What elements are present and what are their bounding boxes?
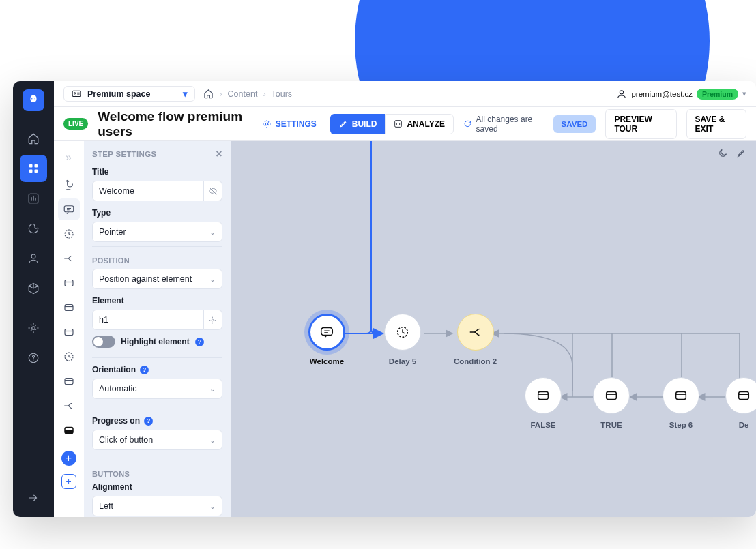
node-false[interactable]: FALSE [525, 377, 562, 429]
svg-rect-28 [607, 392, 617, 400]
alignment-select[interactable]: Left ⌄ [92, 496, 222, 516]
svg-point-8 [32, 327, 35, 330]
title-input[interactable] [92, 181, 204, 201]
nav-users[interactable] [20, 245, 47, 272]
breadcrumb-tours[interactable]: Tours [272, 89, 293, 99]
dark-mode-toggle[interactable] [718, 148, 728, 161]
edit-canvas[interactable] [736, 148, 746, 161]
tool-modal-1[interactable] [58, 272, 80, 294]
save-status-text: All changes are saved [476, 115, 544, 134]
buttons-section: BUTTONS [92, 470, 222, 478]
title-label: Title [92, 167, 222, 177]
tool-window-dark[interactable] [58, 419, 80, 441]
flow-canvas[interactable]: Welcome Delay 5 Condition 2 [231, 141, 756, 517]
svg-point-11 [74, 92, 76, 93]
nav-collapse[interactable] [20, 484, 47, 511]
highlight-label: Highlight element [121, 337, 190, 346]
settings-label: SETTINGS [276, 119, 317, 129]
tool-message[interactable] [58, 198, 80, 220]
node-label: De [739, 421, 749, 429]
eye-off-icon [208, 186, 218, 196]
chevron-down-icon: ⌄ [209, 275, 216, 284]
node-welcome[interactable]: Welcome [308, 314, 345, 366]
element-picker-button[interactable] [204, 310, 222, 330]
element-input[interactable] [92, 310, 204, 330]
help-icon[interactable]: ? [140, 366, 149, 374]
account-menu-toggle[interactable]: ▾ [742, 89, 746, 98]
breadcrumb: › Content › Tours [203, 89, 292, 99]
close-panel-button[interactable]: × [216, 148, 222, 160]
node-true[interactable]: TRUE [593, 377, 630, 429]
save-status: All changes are saved [463, 115, 544, 134]
build-button[interactable]: BUILD [330, 114, 386, 134]
app-window: Premium space ▾ › Content › Tours premiu… [13, 81, 756, 517]
svg-rect-27 [538, 392, 549, 400]
svg-rect-29 [676, 392, 686, 400]
svg-rect-25 [321, 328, 333, 336]
collapse-panel[interactable]: » [58, 147, 80, 168]
tool-branch[interactable] [58, 248, 80, 269]
add-step-button[interactable]: + [61, 451, 76, 466]
tool-modal-3[interactable] [58, 321, 80, 343]
add-frame-button[interactable]: + [61, 474, 76, 489]
step-settings-panel: STEP SETTINGS × Title Type Pointer ⌄ POS… [84, 141, 231, 517]
nav-insights[interactable] [20, 185, 47, 212]
svg-rect-3 [35, 164, 38, 168]
save-exit-label: SAVE & EXIT [695, 115, 738, 134]
tool-timer-2[interactable] [58, 346, 80, 368]
nav-packages[interactable] [20, 275, 47, 302]
position-select[interactable]: Position against element ⌄ [92, 269, 222, 289]
progress-select[interactable]: Click of button ⌄ [92, 430, 222, 450]
preview-button[interactable]: PREVIEW TOUR [605, 109, 676, 139]
pencil-icon [736, 148, 746, 158]
page-title: Welcome flow premium users [98, 109, 252, 139]
orientation-select[interactable]: Automatic ⌄ [92, 379, 222, 399]
nav-home[interactable] [20, 125, 47, 152]
breadcrumb-bar: Premium space ▾ › Content › Tours premiu… [54, 81, 756, 107]
space-selector[interactable]: Premium space ▾ [63, 86, 195, 102]
header-bar: LIVE Welcome flow premium users SETTINGS… [54, 107, 756, 141]
tool-modal-4[interactable] [58, 370, 80, 392]
breadcrumb-content[interactable]: Content [228, 89, 258, 99]
tool-delay[interactable] [58, 223, 80, 245]
svg-rect-17 [65, 280, 73, 286]
node-label: TRUE [600, 421, 622, 429]
alignment-value: Left [99, 501, 113, 511]
nav-apps[interactable] [20, 155, 47, 182]
alignment-label: Alignment [92, 482, 222, 492]
chevron-down-icon: ⌄ [209, 502, 216, 511]
progress-value: Click of button [99, 435, 153, 445]
node-delay[interactable]: Delay 5 [384, 314, 421, 366]
type-select[interactable]: Pointer ⌄ [92, 222, 222, 242]
home-icon[interactable] [203, 89, 214, 99]
nav-theme[interactable] [20, 215, 47, 242]
analyze-button[interactable]: ANALYZE [385, 114, 454, 134]
svg-rect-30 [739, 392, 749, 400]
svg-rect-18 [65, 305, 73, 311]
type-label: Type [92, 208, 222, 218]
svg-point-13 [265, 123, 268, 125]
settings-link[interactable]: SETTINGS [262, 119, 317, 129]
node-condition[interactable]: Condition 2 [454, 314, 497, 366]
tool-pointer[interactable] [58, 174, 80, 196]
tool-branch-2[interactable] [58, 395, 80, 417]
account-area: premium@test.cz Premium ▾ [616, 89, 746, 100]
chart-icon [394, 119, 403, 128]
node-step6[interactable]: Step 6 [663, 377, 699, 429]
save-exit-button[interactable]: SAVE & EXIT [686, 109, 746, 139]
nav-settings[interactable] [20, 314, 47, 342]
node-label: Condition 2 [454, 357, 497, 366]
help-icon[interactable]: ? [195, 338, 204, 346]
panel-title: STEP SETTINGS [92, 150, 156, 158]
node-de[interactable]: De [725, 377, 756, 429]
visibility-toggle[interactable] [204, 181, 222, 201]
svg-rect-2 [29, 164, 33, 168]
nav-help[interactable] [20, 344, 47, 372]
highlight-toggle[interactable] [92, 336, 115, 348]
orientation-label: Orientation ? [92, 365, 222, 374]
node-label: Delay 5 [389, 357, 416, 366]
help-icon[interactable]: ? [144, 417, 153, 426]
account-email: premium@test.cz [631, 90, 693, 98]
tool-modal-2[interactable] [58, 297, 80, 318]
chevron-down-icon: ⌄ [209, 228, 216, 237]
